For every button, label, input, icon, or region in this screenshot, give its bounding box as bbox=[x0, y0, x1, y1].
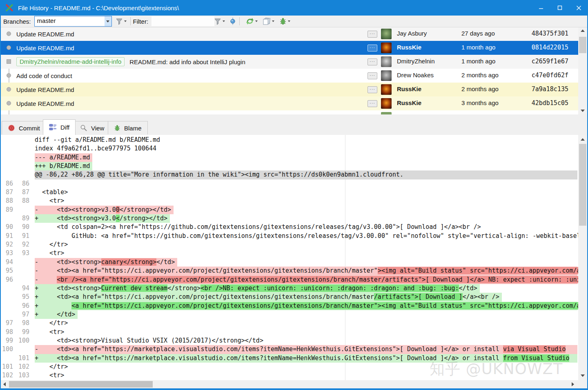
diff-line-text: + <a href="https://ci.appveyor.com/proje… bbox=[35, 302, 578, 310]
commit-date: 1 month ago bbox=[461, 44, 495, 51]
scroll-right-icon[interactable] bbox=[568, 381, 577, 388]
copy-button[interactable] bbox=[261, 16, 276, 26]
branches-combobox[interactable]: master bbox=[34, 16, 112, 27]
new-line-number: 95 bbox=[13, 293, 29, 301]
commit-date: 2 months ago bbox=[461, 72, 499, 78]
goto-commit-button[interactable] bbox=[229, 16, 237, 26]
commit-hash: 42bdb15c05 bbox=[507, 99, 568, 107]
diff-line: 9292 </tr> bbox=[1, 240, 578, 249]
close-button[interactable] bbox=[569, 0, 588, 16]
commit-row[interactable]: Update README.md···Jay Asbury27 days ago… bbox=[1, 27, 578, 41]
scroll-left-icon[interactable] bbox=[0, 381, 9, 388]
diff-icon bbox=[49, 124, 57, 131]
branch-label[interactable]: DmitryZhelnin/readme-add-intellij-info bbox=[16, 57, 125, 66]
scroll-down-icon[interactable] bbox=[578, 107, 587, 114]
minimize-button[interactable] bbox=[532, 0, 550, 16]
scrollbar-thumb[interactable] bbox=[579, 144, 586, 226]
diff-line-text: </tr> bbox=[35, 319, 578, 327]
more-actions-button[interactable]: ··· bbox=[368, 58, 377, 65]
avatar bbox=[381, 56, 392, 67]
diff-lines: diff --git a/README.md b/README.mdindex … bbox=[1, 136, 578, 380]
maximize-button[interactable] bbox=[550, 0, 569, 16]
refresh-button[interactable] bbox=[245, 16, 259, 26]
horizontal-scrollbar[interactable] bbox=[1, 380, 587, 388]
toolbar-separator bbox=[239, 17, 240, 25]
commit-hash: c2659f1e67 bbox=[507, 58, 568, 65]
filter-input[interactable] bbox=[151, 16, 214, 26]
more-actions-button[interactable]: ··· bbox=[368, 72, 377, 79]
commit-author: RussKie bbox=[397, 99, 421, 106]
diff-line: 9191 GitHub: <a href="https://github.com… bbox=[1, 232, 578, 240]
diff-line: 99100 <td><strong>Visual Studio VSIX (20… bbox=[1, 336, 578, 345]
branches-value: master bbox=[35, 16, 105, 26]
new-line-number: 87 bbox=[13, 188, 29, 197]
graph-node-circle bbox=[7, 87, 11, 92]
new-line-number: 93 bbox=[13, 249, 29, 258]
chevron-down-icon bbox=[255, 20, 258, 22]
new-line-number bbox=[13, 258, 29, 267]
scroll-up-icon[interactable] bbox=[578, 27, 587, 34]
funnel-icon bbox=[116, 18, 123, 25]
old-line-number bbox=[1, 354, 13, 363]
commit-date: 1 month ago bbox=[461, 58, 495, 65]
tab-diff[interactable]: Diff bbox=[43, 119, 76, 135]
new-line-number bbox=[13, 345, 29, 354]
commit-row[interactable]: Update README.md···RussKie1 month ago081… bbox=[1, 41, 578, 55]
diff-line-text: - <br /><a href="https://ci.appveyor.com… bbox=[35, 276, 578, 284]
commit-list-scrollbar[interactable] bbox=[578, 27, 587, 114]
commit-author: RussKie bbox=[397, 44, 421, 51]
branch-filter-button[interactable] bbox=[114, 17, 128, 26]
old-line-number bbox=[1, 310, 13, 319]
window-title: File History - README.md - C:\Developmen… bbox=[18, 4, 532, 11]
new-line-number bbox=[13, 162, 29, 170]
old-line-number: 102 bbox=[1, 371, 13, 380]
more-actions-button[interactable]: ··· bbox=[368, 31, 377, 38]
diff-line: 89+ <td><strong>v3.0</strong></td> bbox=[1, 214, 578, 223]
report-issue-button[interactable] bbox=[278, 16, 292, 26]
more-actions-button[interactable]: ··· bbox=[368, 100, 377, 107]
new-line-number bbox=[13, 276, 29, 284]
scrollbar-thumb[interactable] bbox=[579, 37, 586, 53]
diff-line: @@ -86,22 +86,28 @@ title="More informat… bbox=[1, 170, 578, 179]
diff-line-text: <tr> bbox=[35, 249, 578, 258]
graph-node-circle bbox=[7, 45, 11, 50]
commit-row[interactable]: Update README.md···RussKie2 months ago7a… bbox=[1, 83, 578, 96]
branches-dropdown-icon[interactable] bbox=[105, 16, 111, 26]
diff-line: 100- <td><a href="https://marketplace.vi… bbox=[1, 345, 578, 354]
scrollbar-thumb[interactable] bbox=[9, 381, 153, 388]
revision-filter-button[interactable] bbox=[213, 17, 226, 26]
commit-rose-icon bbox=[8, 124, 15, 132]
commit-row[interactable]: Add code of conduct···Drew Noakes2 month… bbox=[1, 69, 578, 83]
bug-icon bbox=[114, 124, 120, 132]
diff-line-text: + <td><strong>Current dev stream</strong… bbox=[35, 284, 578, 293]
avatar bbox=[381, 70, 392, 81]
old-line-number bbox=[1, 144, 13, 153]
commit-row[interactable]: DmitryZhelnin/readme-add-intellij-infoRE… bbox=[1, 55, 578, 69]
diff-viewer[interactable]: diff --git a/README.md b/README.mdindex … bbox=[1, 135, 578, 380]
diff-scrollbar[interactable] bbox=[578, 135, 587, 380]
diff-line: 95- <td><a href="https://ci.appveyor.com… bbox=[1, 267, 578, 275]
more-actions-button[interactable]: ··· bbox=[368, 86, 377, 93]
scroll-down-icon[interactable] bbox=[578, 372, 587, 379]
diff-line: +++ b/README.md bbox=[1, 162, 578, 170]
splitter[interactable] bbox=[1, 114, 587, 119]
tab-blame[interactable]: Blame bbox=[108, 121, 148, 134]
new-line-number: 94 bbox=[13, 284, 29, 293]
old-line-number: 97 bbox=[1, 319, 13, 327]
commit-author: DmitryZhelnin bbox=[397, 58, 435, 65]
scrollbar-corner bbox=[578, 380, 587, 388]
old-line-number: 88 bbox=[1, 197, 13, 205]
avatar bbox=[381, 29, 392, 39]
graph-node-circle bbox=[7, 31, 11, 36]
scroll-up-icon[interactable] bbox=[578, 136, 587, 143]
more-actions-button[interactable]: ··· bbox=[368, 45, 377, 52]
diff-line-text: + </td> bbox=[35, 310, 578, 319]
commit-message: README.md: add info about IntelliJ plugi… bbox=[129, 58, 245, 65]
tab-commit[interactable]: Commit bbox=[2, 121, 46, 134]
commit-hash: 7a9a18c135 bbox=[507, 85, 568, 93]
tab-view[interactable]: View bbox=[74, 121, 110, 134]
commit-row[interactable]: Update README.md···RussKie3 months ago42… bbox=[1, 96, 578, 110]
diff-line: 95+ <td><a href="https://ci.appveyor.com… bbox=[1, 293, 578, 301]
graph-node-square bbox=[7, 59, 11, 64]
commit-hash: 484375f301 bbox=[507, 30, 568, 37]
